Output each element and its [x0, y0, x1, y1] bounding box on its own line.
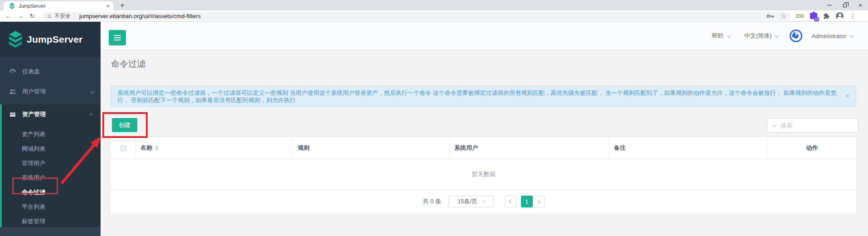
- banner-text-line1: 系统用户可以绑定一些命令过滤器，一个过滤器可以定义一些规则 当用户使用这个系统用…: [117, 89, 838, 97]
- sidebar-item-asset-list[interactable]: 资产列表: [2, 127, 101, 142]
- column-label: 规则: [298, 144, 309, 152]
- window-restore-button[interactable]: [837, 0, 853, 10]
- omnibox-divider: [74, 13, 75, 19]
- sidebar: JumpServer 仪表盘 用户管理 资产管理 资产列表 网域列表 管理用户 …: [0, 22, 101, 236]
- browser-tab[interactable]: JumpServer ×: [4, 1, 113, 10]
- help-label: 帮助: [712, 32, 723, 40]
- page-size-select[interactable]: 15条/页: [448, 196, 494, 207]
- banner-text-line2: 行， 否则就匹配下一个规则，如果最后没有匹配到规则，则允许执行: [117, 97, 838, 104]
- column-label: 名称: [140, 144, 152, 152]
- sidebar-item-system-users[interactable]: 系统用户: [2, 171, 101, 185]
- password-key-icon[interactable]: [767, 14, 774, 19]
- logo-text: JumpServer: [27, 34, 82, 45]
- column-header-rules: 规则: [293, 137, 450, 159]
- username-label: Administrator: [811, 33, 846, 39]
- sidebar-item-cmd-filters[interactable]: 命令过滤: [2, 185, 101, 200]
- sidebar-item-label: 资产管理: [22, 110, 84, 118]
- sidebar-item-dashboard[interactable]: 仪表盘: [0, 64, 101, 80]
- tab-title: JumpServer: [19, 3, 106, 9]
- bookmark-star-icon[interactable]: ☆: [781, 12, 786, 20]
- app-logo[interactable]: JumpServer: [0, 22, 101, 57]
- prev-page-button[interactable]: [505, 196, 516, 207]
- language-label: 中文(简体): [744, 32, 772, 40]
- browser-addressbar: ← → ↻ ⚠ 不安全 jumpserver.etiantian.org/ui/…: [0, 10, 868, 22]
- current-page-button[interactable]: 1: [521, 196, 533, 207]
- chevron-down-icon: [849, 33, 854, 38]
- chevron-down-icon: [90, 89, 95, 93]
- new-tab-button[interactable]: +: [118, 1, 127, 10]
- table-header-row: 名称 规则 系统用户 备注 动作: [111, 137, 856, 159]
- help-menu[interactable]: 帮助: [706, 32, 735, 40]
- page-size-value: 15条/页: [458, 197, 477, 206]
- browser-tabstrip: JumpServer × + ×: [0, 0, 868, 10]
- table-card: 名称 规则 系统用户 备注 动作 暂无数据 共 0 条 15条/页 1: [111, 137, 856, 213]
- chevron-down-icon[interactable]: [772, 123, 776, 127]
- user-avatar[interactable]: [790, 30, 802, 42]
- chevron-up-icon: [89, 113, 93, 117]
- empty-text: 暂无数据: [472, 170, 496, 178]
- sidebar-footer: [0, 227, 101, 236]
- window-controls: ×: [822, 0, 868, 10]
- jumpserver-logo-icon: [8, 31, 23, 48]
- page-title: 命令过滤: [111, 58, 145, 70]
- forward-icon[interactable]: →: [14, 12, 26, 20]
- browser-menu-icon[interactable]: ⋮: [849, 12, 856, 20]
- select-all-checkbox[interactable]: [121, 145, 126, 151]
- chevron-down-icon: [727, 33, 731, 38]
- window-close-button[interactable]: ×: [853, 0, 868, 10]
- banner-close-icon[interactable]: ×: [846, 93, 849, 99]
- sidebar-item-label: 仪表盘: [22, 68, 93, 76]
- chevron-left-icon: [509, 199, 512, 203]
- user-menu[interactable]: Administrator: [806, 33, 858, 39]
- sidebar-toggle-button[interactable]: [109, 30, 126, 45]
- back-icon[interactable]: ←: [3, 12, 14, 20]
- select-all-cell: [111, 137, 136, 159]
- url-text[interactable]: jumpserver.etiantian.org/ui/#/assets/cmd…: [79, 13, 763, 20]
- chevron-down-icon: [482, 199, 486, 202]
- column-header-name[interactable]: 名称: [136, 137, 293, 159]
- sidebar-item-domain-list[interactable]: 网域列表: [2, 142, 101, 156]
- column-label: 系统用户: [454, 144, 478, 152]
- top-navbar: 帮助 中文(简体) Administrator: [101, 22, 868, 50]
- sort-icon[interactable]: [155, 145, 159, 151]
- info-banner: 系统用户可以绑定一些命令过滤器，一个过滤器可以定义一些规则 当用户使用这个系统用…: [111, 86, 856, 107]
- security-label[interactable]: 不安全: [54, 12, 71, 20]
- pagination-total: 共 0 条: [423, 197, 441, 206]
- window-minimize-button[interactable]: [822, 0, 837, 10]
- column-label: 动作: [806, 144, 818, 152]
- column-header-system-users: 系统用户: [450, 137, 609, 159]
- url-omnibox[interactable]: ⚠ 不安全 jumpserver.etiantian.org/ui/#/asse…: [43, 12, 791, 20]
- column-header-action: 动作: [768, 137, 856, 159]
- column-label: 备注: [614, 144, 626, 152]
- dashboard-icon: [9, 68, 16, 75]
- empty-state: 暂无数据: [111, 159, 856, 190]
- column-header-comment: 备注: [609, 137, 768, 159]
- sidebar-item-platform-list[interactable]: 平台列表: [2, 200, 101, 214]
- chevron-down-icon: [775, 33, 779, 38]
- language-menu[interactable]: 中文(简体): [739, 32, 784, 40]
- extension-icon[interactable]: 19: [810, 13, 817, 19]
- create-button[interactable]: 创建: [112, 118, 137, 132]
- sidebar-item-assets[interactable]: 资产管理: [2, 104, 101, 124]
- screenshot-root: JumpServer × + × ← → ↻ ⚠ 不安全 jumpserver.…: [0, 0, 868, 236]
- users-icon: [9, 88, 16, 95]
- browser-profile-icon[interactable]: [836, 12, 844, 20]
- pagination: 共 0 条 15条/页 1: [111, 190, 856, 213]
- extensions-puzzle-icon[interactable]: [823, 13, 830, 20]
- not-secure-warning-icon[interactable]: ⚠: [47, 13, 52, 19]
- next-page-button[interactable]: [533, 196, 545, 207]
- tab-close-icon[interactable]: ×: [106, 3, 110, 9]
- sidebar-section-assets: 资产管理 资产列表 网域列表 管理用户 系统用户 命令过滤 平台列表 标签管理: [0, 104, 101, 234]
- assets-icon: [9, 111, 16, 118]
- status-badge: 200: [796, 13, 804, 19]
- chevron-right-icon: [536, 200, 540, 203]
- sidebar-item-admin-users[interactable]: 管理用户: [2, 156, 101, 171]
- jumpserver-favicon-icon: [9, 3, 15, 9]
- sidebar-item-label-management[interactable]: 标签管理: [2, 214, 101, 229]
- extension-badge: 19: [814, 17, 820, 21]
- sidebar-item-label: 用户管理: [22, 88, 84, 96]
- search-box: [767, 118, 858, 133]
- reload-icon[interactable]: ↻: [26, 12, 38, 20]
- sidebar-item-users[interactable]: 用户管理: [0, 84, 101, 100]
- search-input[interactable]: [781, 122, 854, 129]
